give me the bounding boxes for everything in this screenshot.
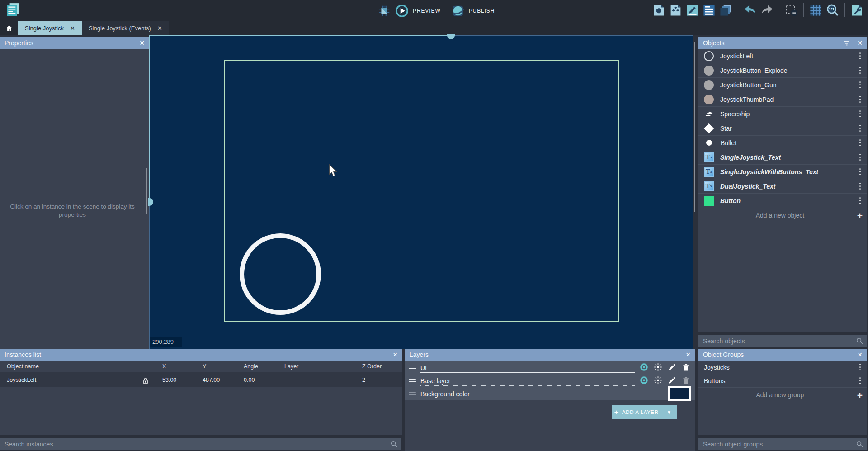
edit-pencil-icon[interactable]: [667, 362, 677, 372]
add-object-icon[interactable]: [652, 4, 665, 17]
delete-trash-icon[interactable]: [681, 362, 691, 372]
visibility-eye-icon[interactable]: [639, 375, 649, 385]
effects-icon[interactable]: [653, 362, 663, 372]
item-menu-icon[interactable]: [857, 51, 864, 62]
object-name: JoystickLeft: [720, 52, 850, 60]
add-group-row[interactable]: Add a new group +: [698, 388, 867, 402]
item-menu-icon[interactable]: [857, 166, 864, 177]
add-layer-dropdown-arrow[interactable]: ▼: [661, 405, 677, 419]
drag-handle-icon[interactable]: [409, 379, 416, 382]
toggle-grid-icon[interactable]: [809, 4, 822, 17]
canvas-left-scroll-thumb[interactable]: [148, 198, 153, 206]
delete-trash-icon[interactable]: [681, 375, 691, 385]
open-layers-icon[interactable]: [719, 4, 732, 17]
object-item[interactable]: Star: [698, 121, 867, 136]
search-objects-input[interactable]: [702, 337, 856, 345]
publish-planet-icon[interactable]: [451, 4, 465, 18]
item-menu-icon[interactable]: [857, 362, 864, 373]
instances-close-icon[interactable]: ✕: [392, 351, 398, 358]
object-item[interactable]: JoystickButton_Gun: [698, 78, 867, 92]
edit-scene-variables-icon[interactable]: [850, 4, 863, 17]
item-menu-icon[interactable]: [857, 152, 864, 163]
joystick-left-instance[interactable]: [240, 233, 321, 315]
add-object-row[interactable]: Add a new object +: [698, 208, 867, 223]
object-item[interactable]: Spaceship: [698, 107, 867, 121]
properties-close-icon[interactable]: ✕: [139, 40, 145, 46]
add-layer-button-main[interactable]: + ADD A LAYER: [612, 405, 661, 419]
search-icon: [390, 440, 398, 448]
preview-play-icon[interactable]: [395, 4, 409, 18]
panel-resize-divider[interactable]: [694, 42, 695, 212]
drag-handle-icon[interactable]: [409, 366, 416, 369]
column-header: Angle: [244, 363, 258, 370]
canvas-top-scroll-thumb[interactable]: [447, 34, 455, 39]
object-item[interactable]: JoystickButton_Explode: [698, 63, 867, 78]
object-item[interactable]: JoystickThumbPad: [698, 92, 867, 107]
publish-button[interactable]: PUBLISH: [469, 8, 495, 14]
item-menu-icon[interactable]: [857, 375, 864, 386]
item-menu-icon[interactable]: [857, 80, 864, 90]
object-item[interactable]: Tx SingleJoystick_Text: [698, 150, 867, 165]
group-name: Joysticks: [704, 364, 857, 371]
plus-icon: +: [614, 408, 619, 416]
add-layer-button[interactable]: + ADD A LAYER ▼: [612, 405, 677, 419]
layer-name-field[interactable]: UI: [420, 362, 635, 373]
object-item[interactable]: Button: [698, 194, 867, 208]
item-menu-icon[interactable]: [857, 195, 864, 206]
object-item[interactable]: JoystickLeft: [698, 49, 867, 63]
lock-icon[interactable]: [142, 377, 150, 385]
search-instances-input[interactable]: [4, 440, 390, 448]
scene-properties-icon[interactable]: [703, 4, 716, 17]
tab-close-icon[interactable]: ✕: [70, 25, 75, 32]
filter-icon[interactable]: [843, 39, 851, 47]
layer-name-field[interactable]: Base layer: [420, 375, 635, 386]
debugger-icon[interactable]: [377, 4, 391, 18]
scene-canvas[interactable]: 290;289: [149, 35, 693, 349]
visibility-eye-icon[interactable]: [639, 362, 649, 372]
undo-icon[interactable]: [744, 4, 757, 17]
edit-scene-icon[interactable]: [686, 4, 699, 17]
tab-0[interactable]: Single Joystick ✕: [18, 21, 82, 35]
background-color-swatch[interactable]: [668, 386, 691, 401]
item-menu-icon[interactable]: [857, 181, 864, 192]
edit-pencil-icon[interactable]: [667, 375, 677, 385]
tab-close-icon[interactable]: ✕: [157, 25, 162, 32]
redo-icon[interactable]: [760, 4, 774, 17]
tab-1[interactable]: Single Joystick (Events) ✕: [82, 21, 169, 35]
object-item[interactable]: Bullet: [698, 136, 867, 150]
preview-button[interactable]: PREVIEW: [413, 8, 441, 14]
project-manager-icon[interactable]: [5, 2, 21, 19]
canvas-scrollbar-track-left[interactable]: [146, 168, 147, 214]
object-item[interactable]: Tx DualJoystick_Text: [698, 179, 867, 194]
instance-row[interactable]: JoystickLeft 53.00 487.00 0.00 2: [0, 372, 402, 387]
layer-row[interactable]: Base layer: [405, 374, 695, 387]
layer-row[interactable]: UI: [405, 361, 695, 374]
object-name: Button: [720, 197, 850, 204]
objects-close-icon[interactable]: ✕: [857, 40, 863, 46]
object-item[interactable]: Tx SingleJoystickWithButtons_Text: [698, 165, 867, 179]
instance-y: 487.00: [203, 377, 220, 383]
layers-close-icon[interactable]: ✕: [685, 351, 691, 358]
star-diamond-icon: [704, 123, 714, 133]
drag-handle-icon: [409, 392, 416, 395]
object-name: SingleJoystickWithButtons_Text: [720, 168, 850, 176]
item-menu-icon[interactable]: [857, 94, 864, 105]
item-menu-icon[interactable]: [857, 123, 864, 134]
group-item[interactable]: Buttons: [698, 374, 867, 388]
properties-panel-header: Properties ✕: [0, 37, 149, 49]
tabs: Single Joystick ✕ Single Joystick (Event…: [18, 21, 169, 35]
group-item[interactable]: Joysticks: [698, 361, 867, 374]
instance-angle: 0.00: [244, 377, 255, 383]
item-menu-icon[interactable]: [857, 109, 864, 119]
home-tab[interactable]: [0, 21, 18, 35]
effects-icon[interactable]: [653, 375, 663, 385]
search-object-groups-input[interactable]: [702, 440, 856, 448]
item-menu-icon[interactable]: [857, 65, 864, 76]
item-menu-icon[interactable]: [857, 138, 864, 148]
run-controls: PREVIEW PUBLISH: [377, 1, 501, 20]
object-groups-close-icon[interactable]: ✕: [857, 351, 863, 358]
delete-selection-icon[interactable]: [785, 4, 798, 17]
add-objects-group-icon[interactable]: [669, 4, 682, 17]
background-color-row[interactable]: Background color: [405, 387, 695, 400]
zoom-original-icon[interactable]: 1:1: [826, 4, 839, 17]
